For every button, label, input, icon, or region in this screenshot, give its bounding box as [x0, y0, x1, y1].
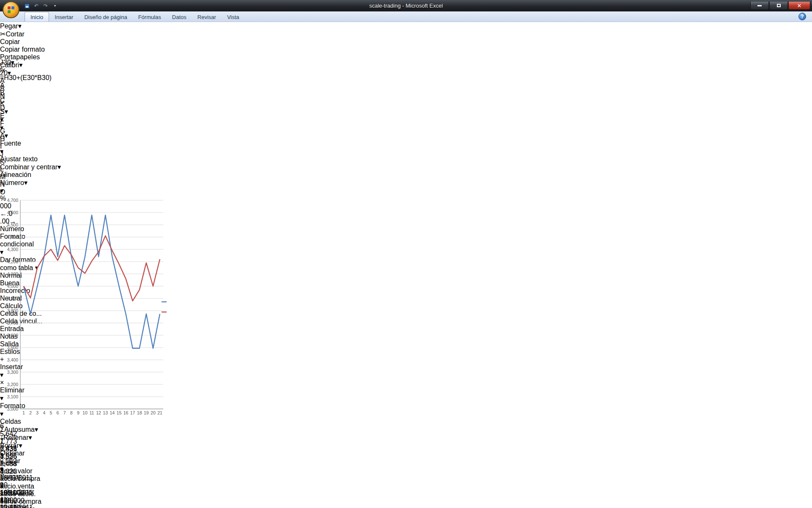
ribbon-tab-f-rmulas[interactable]: Fórmulas — [133, 12, 167, 22]
ribbon-tab-insertar[interactable]: Insertar — [49, 12, 79, 22]
sheet-row-10: 1018/11/20114,00012.50012.50050.00050.00… — [0, 481, 812, 496]
svg-text:21: 21 — [157, 410, 162, 415]
cell-A9[interactable]: 18/11/2011 — [0, 474, 59, 482]
ribbon-tab-row: InicioInsertarDiseño de páginaFórmulasDa… — [0, 11, 812, 22]
cell-A11[interactable]: 23/11/2011 — [0, 504, 59, 508]
formula-bar: J30▾ fx =H30+(E30*B30) — [0, 58, 812, 82]
svg-text:7: 7 — [63, 410, 66, 415]
row-header-11[interactable]: 11 — [0, 496, 812, 504]
scissors-icon: ✂ — [0, 30, 5, 38]
sheet-row-7: 76,4311.5552,4884.020 — [0, 437, 812, 452]
close-button[interactable]: ✕ — [788, 2, 810, 10]
svg-text:13: 13 — [103, 410, 108, 415]
window-controls: ✕ — [750, 2, 810, 10]
svg-text:4,600: 4,600 — [7, 210, 18, 215]
svg-text:3,500: 3,500 — [7, 345, 18, 350]
svg-text:11: 11 — [90, 410, 94, 415]
ribbon-tab-revisar[interactable]: Revisar — [192, 12, 222, 22]
office-button[interactable] — [3, 1, 19, 18]
title-bar: ↶ ↷ ▾ scale-trading - Microsoft Excel ✕ — [0, 0, 812, 11]
svg-text:3,000: 3,000 — [7, 406, 18, 411]
maximize-button[interactable] — [769, 2, 788, 10]
svg-text:3,300: 3,300 — [7, 370, 18, 375]
svg-text:18: 18 — [137, 410, 142, 415]
svg-text:8: 8 — [70, 410, 73, 415]
ribbon-tab-vista[interactable]: Vista — [222, 12, 245, 22]
row-header-10[interactable]: 10 — [0, 481, 812, 489]
cell-A10[interactable]: 18/11/2011 — [0, 489, 59, 497]
office-logo-icon — [8, 6, 14, 13]
format-painter-button[interactable]: Copiar formato — [0, 46, 67, 53]
column-header-G[interactable]: G — [0, 127, 61, 135]
paste-button[interactable]: Pegar▾ — [0, 22, 67, 30]
svg-text:4,500: 4,500 — [7, 222, 18, 227]
column-header-B[interactable]: B — [0, 89, 61, 97]
window-title: scale-trading - Microsoft Excel — [0, 3, 812, 9]
svg-text:4,700: 4,700 — [7, 198, 18, 203]
svg-text:3,400: 3,400 — [7, 357, 18, 362]
formula-input[interactable]: =H30+(E30*B30) — [0, 74, 812, 82]
cell-B7[interactable]: 6,431 — [0, 445, 61, 453]
cut-button[interactable]: ✂Cortar — [0, 30, 67, 38]
svg-text:4,300: 4,300 — [7, 247, 18, 252]
column-header-C[interactable]: C — [0, 97, 61, 105]
svg-text:3,700: 3,700 — [7, 320, 18, 326]
column-header-E[interactable]: E — [0, 112, 62, 120]
svg-text:4,200: 4,200 — [7, 259, 18, 264]
svg-text:3,100: 3,100 — [7, 394, 18, 399]
svg-text:4,400: 4,400 — [7, 235, 18, 240]
row-header-8[interactable]: 8 — [0, 452, 812, 460]
name-box[interactable]: J30▾ — [0, 58, 812, 66]
ribbon: Pegar▾ ✂Cortar Copiar Copiar formato Por… — [0, 22, 812, 58]
svg-text:10: 10 — [82, 410, 88, 415]
row-header-7[interactable]: 7 — [0, 437, 812, 445]
svg-text:12: 12 — [96, 410, 101, 415]
cell-A8[interactable]: fecha — [0, 460, 59, 467]
svg-text:6: 6 — [57, 410, 59, 415]
sheet: ABCDEFGHIJKLMNO 3,0003,1003,2003,3003,40… — [0, 82, 812, 508]
column-headers: ABCDEFGHIJKLMNO — [0, 82, 812, 196]
svg-text:19: 19 — [144, 410, 149, 415]
svg-text:15: 15 — [117, 410, 122, 415]
minimize-button[interactable] — [750, 2, 769, 10]
column-header-O[interactable]: O — [0, 188, 44, 196]
svg-text:5: 5 — [49, 410, 52, 415]
ribbon-tab-dise-o-de-p-gina[interactable]: Diseño de página — [79, 12, 132, 22]
svg-text:3,200: 3,200 — [7, 382, 18, 387]
ribbon-tab-inicio[interactable]: Inicio — [25, 12, 49, 22]
group-portapapeles: Pegar▾ ✂Cortar Copiar Copiar formato Por… — [0, 22, 67, 61]
svg-text:2: 2 — [29, 410, 32, 415]
worksheet-area: ABCDEFGHIJKLMNO 3,0003,1003,2003,3003,40… — [0, 82, 812, 508]
name-box-dropdown-icon[interactable]: ▾ — [11, 59, 14, 66]
sheet-row-6: 65,6421.7732,8363.526 — [0, 422, 812, 437]
column-header-F[interactable]: F — [0, 120, 61, 127]
sheet-row-11: 1123/11/20113,7742.65015.15010.00040.000… — [0, 496, 812, 508]
paste-label: Pegar — [0, 22, 18, 30]
insert-function-button[interactable]: fx — [0, 66, 812, 74]
row-header-6[interactable]: 6 — [0, 422, 812, 430]
column-header-A[interactable]: A — [0, 82, 59, 89]
svg-text:20: 20 — [151, 410, 156, 415]
copy-button[interactable]: Copiar — [0, 38, 67, 46]
sheet-row-9: 918/11/20110100.000100.000 — [0, 467, 812, 481]
svg-text:4: 4 — [43, 410, 45, 415]
svg-text:9: 9 — [77, 410, 80, 415]
ribbon-tab-datos[interactable]: Datos — [167, 12, 192, 22]
svg-text:16: 16 — [123, 410, 129, 415]
svg-text:3,600: 3,600 — [7, 333, 18, 338]
svg-text:17: 17 — [130, 410, 135, 415]
svg-text:14: 14 — [110, 410, 115, 415]
svg-text:3: 3 — [36, 410, 38, 415]
svg-text:1: 1 — [22, 410, 25, 415]
excel-window: ↶ ↷ ▾ scale-trading - Microsoft Excel ✕ … — [0, 0, 812, 508]
svg-text:4,100: 4,100 — [7, 271, 18, 276]
column-header-D[interactable]: D — [0, 105, 61, 112]
grid-rows: 3,0003,1003,2003,3003,4003,5003,6003,700… — [0, 196, 812, 508]
embedded-chart[interactable]: 3,0003,1003,2003,3003,4003,5003,6003,700… — [0, 196, 812, 422]
svg-text:3,800: 3,800 — [7, 308, 18, 313]
row-header-9[interactable]: 9 — [0, 467, 812, 474]
svg-text:3,900: 3,900 — [7, 296, 18, 301]
help-button[interactable]: ? — [798, 13, 806, 20]
sheet-row-8: 8fechaaccio.valoraccio.compraaccio.venta… — [0, 452, 812, 467]
svg-text:4,000: 4,000 — [7, 284, 18, 289]
